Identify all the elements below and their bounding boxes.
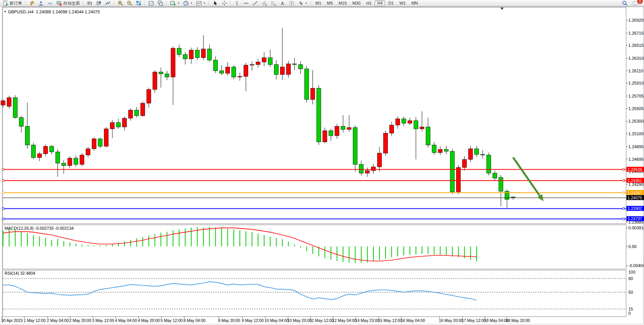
hline-handle[interactable]	[2, 218, 4, 220]
styler-button[interactable]	[27, 0, 36, 6]
shapes-icon	[298, 0, 304, 6]
timeframe-m30-button[interactable]: M30	[350, 0, 363, 6]
candle-down	[207, 49, 212, 60]
candle-up	[238, 76, 242, 77]
chart-plot[interactable]: 1.269201.267151.265151.263101.261101.259…	[0, 6, 644, 325]
candle-up	[347, 128, 351, 130]
dropdown-arrow-icon[interactable]: ▼	[177, 2, 180, 4]
timeframe-d1-button[interactable]: D1	[386, 0, 396, 6]
candle-up	[68, 158, 72, 166]
vline-button[interactable]	[233, 0, 241, 6]
price-tick-label: 1.25100	[628, 131, 644, 136]
candle-down	[317, 88, 321, 142]
hline-handle[interactable]	[623, 208, 625, 210]
candle-chart-button[interactable]	[94, 0, 103, 6]
candle-down	[487, 155, 491, 173]
periods-button[interactable]: ▼	[182, 0, 194, 6]
trendline-icon	[252, 0, 258, 6]
price-badge-label: 1.24529	[628, 167, 642, 172]
rsi-panel[interactable]	[3, 270, 626, 317]
text-button[interactable]: A	[278, 0, 287, 6]
zoom-in-button[interactable]	[116, 0, 125, 6]
price-badge-label: 1.23737	[628, 216, 642, 221]
search-button[interactable]	[620, 0, 629, 6]
symbol-dropdown-icon[interactable]: ▼	[4, 10, 6, 13]
candle-up	[147, 90, 151, 103]
macd-panel[interactable]	[3, 225, 626, 269]
hline-handle[interactable]	[2, 208, 4, 210]
hline-button[interactable]	[242, 0, 250, 6]
time-axis-label: 11 May 12:00	[310, 318, 334, 323]
time-axis-label: 16 May 20:00	[439, 318, 463, 323]
equidistant-channel-button[interactable]: E	[260, 0, 269, 6]
bar-chart-button[interactable]	[85, 0, 94, 6]
auto-arrange-button[interactable]	[147, 0, 156, 6]
hline-handle[interactable]	[2, 168, 4, 170]
time-axis-label: 4 May 04:00	[115, 318, 137, 323]
candle-down	[450, 151, 454, 192]
templates-button[interactable]: ▼	[194, 0, 207, 6]
timeframe-h1-button[interactable]: H1	[363, 0, 374, 6]
candle-down	[402, 119, 406, 123]
hline-handle[interactable]	[2, 179, 4, 181]
dropdown-arrow-icon[interactable]: ▼	[190, 2, 193, 4]
timeframe-h4-button[interactable]: H4	[375, 0, 385, 6]
candle-down	[177, 48, 181, 54]
time-axis-label: 10 May 04:00	[265, 318, 289, 323]
main-panel[interactable]	[3, 7, 626, 224]
toolbar-separator	[83, 1, 84, 6]
hline-icon	[243, 0, 249, 6]
macd-tick-label: -0.004049	[628, 263, 644, 268]
cascade-button[interactable]	[156, 0, 165, 6]
new-chart-button[interactable]: ▼	[169, 0, 181, 6]
bid-price-badge-label: 1.24075	[628, 195, 642, 200]
price-tick-label: 1.24695	[628, 157, 644, 162]
price-tick-label: 1.24895	[628, 144, 644, 149]
crosshair-button[interactable]	[220, 0, 229, 6]
candle-up	[456, 168, 461, 192]
time-axis-label: 12 May 04:00	[332, 318, 357, 323]
profile-button[interactable]	[37, 0, 45, 6]
hline-handle[interactable]	[623, 168, 625, 170]
candle-up	[335, 126, 339, 136]
auto-trading-button[interactable]: 自动交易	[55, 0, 81, 6]
new-order-button[interactable]: 新订单	[1, 0, 24, 6]
tile-windows-button[interactable]	[134, 0, 143, 6]
template-icon	[196, 0, 202, 6]
time-axis-label: 30 Apr 2023	[1, 318, 23, 323]
candle-down	[329, 131, 333, 136]
dropdown-arrow-icon[interactable]: ▼	[203, 2, 206, 4]
timeframe-w1-button[interactable]: W1	[397, 0, 408, 6]
shapes-button[interactable]: ▼	[296, 0, 309, 6]
price-badge-label: 1.23902	[628, 206, 642, 211]
timeframe-mn-button[interactable]: MN	[409, 0, 421, 6]
cursor-button[interactable]	[211, 0, 220, 6]
price-tick-label: 1.26715	[628, 31, 644, 35]
candle-up	[226, 67, 230, 73]
candle-up	[280, 67, 284, 75]
vline-icon	[234, 0, 240, 6]
candle-up	[153, 72, 157, 90]
timeframe-m15-button[interactable]: M15	[336, 0, 349, 6]
line-chart-button[interactable]	[104, 0, 112, 6]
timeframe-m5-button[interactable]: M5	[324, 0, 335, 6]
price-tick-label: 1.26920	[628, 18, 644, 22]
hline-handle[interactable]	[623, 179, 625, 181]
candle-down	[444, 149, 448, 151]
fibonacci-button[interactable]: F	[269, 0, 278, 6]
signal-button[interactable]	[46, 0, 54, 6]
trendline-button[interactable]	[251, 0, 260, 6]
svg-text:F: F	[274, 4, 276, 6]
zoom-out-button[interactable]	[125, 0, 134, 6]
timeframe-m1-button[interactable]: M1	[313, 0, 324, 6]
hline-handle[interactable]	[623, 218, 625, 220]
candle-up	[80, 155, 84, 165]
profile-icon	[38, 0, 44, 6]
dropdown-arrow-icon[interactable]: ▼	[305, 2, 308, 4]
candle-up	[201, 49, 206, 58]
label-button[interactable]: T	[287, 0, 296, 6]
candle-up	[262, 58, 266, 62]
hline-handle[interactable]	[2, 192, 4, 194]
notifications-button[interactable]: 1	[631, 0, 641, 6]
hline-handle[interactable]	[623, 192, 625, 194]
